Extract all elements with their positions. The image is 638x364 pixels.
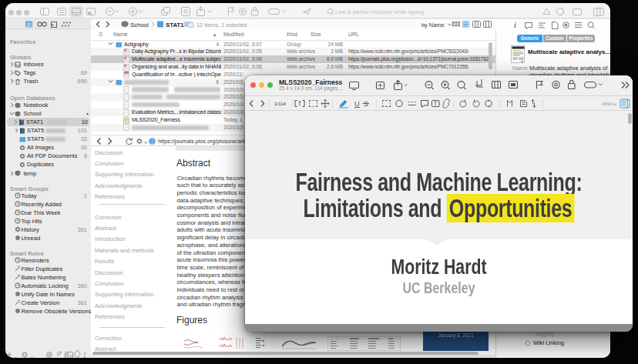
svg-text:U: U (354, 100, 360, 108)
svg-text:School: School (130, 22, 149, 28)
svg-text:by Name: by Name (421, 22, 445, 28)
svg-text:T: T (434, 101, 438, 106)
svg-text:1/114: 1/114 (274, 101, 287, 106)
svg-text:12 items, 1 selected: 12 items, 1 selected (196, 22, 247, 28)
svg-text:i: i (514, 21, 516, 29)
svg-text:STAT1: STAT1 (166, 22, 184, 28)
svg-text:Live & partial matches while t: Live & partial matches while typing (335, 8, 424, 15)
svg-text:4599 w: 4599 w (602, 102, 617, 106)
